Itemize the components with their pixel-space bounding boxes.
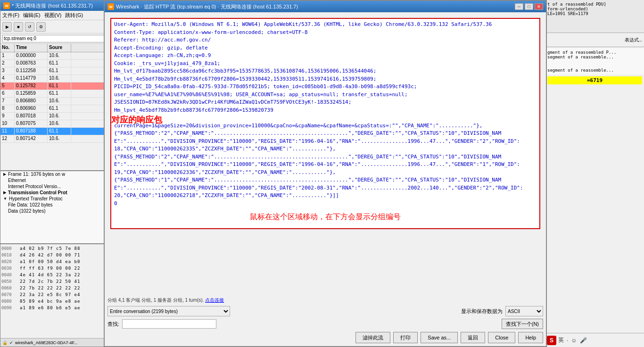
- packet-row-11[interactable]: 11 0.807188 61.1: [0, 128, 108, 135]
- tcp-stream-content[interactable]: User-Agent: Mozilla/5.0 (Windows NT 6.1;…: [110, 18, 540, 229]
- find-next-button[interactable]: 查找下一个(N): [502, 319, 543, 329]
- packet-row[interactable]: 9 0.807018 10.6.: [0, 113, 108, 120]
- hex-row: 0050 22 7d 2c 7b 22 50 41: [1, 278, 108, 285]
- pkt-no: 10: [0, 120, 15, 127]
- hex-row: 0090 a1 89 e6 80 b6 e5 ae: [1, 305, 108, 311]
- detail-data[interactable]: Data (1022 bytes): [0, 208, 109, 214]
- minimize-button[interactable]: ─: [515, 3, 523, 10]
- close-stream-button[interactable]: Close: [488, 332, 515, 343]
- filter-stream-button[interactable]: 滤掉此流: [355, 332, 390, 343]
- pkt-time: 0.008763: [15, 60, 48, 67]
- pkt-no: 2: [0, 60, 15, 67]
- pkt-time: 0.112258: [15, 67, 48, 74]
- detail-frame[interactable]: ▶ Frame 11: 1076 bytes on w: [0, 171, 109, 177]
- packet-row[interactable]: 4 0.114779 10.6.: [0, 75, 108, 83]
- close-button[interactable]: ✕: [535, 3, 543, 10]
- hex-row: 0080 85 89 e4 bc 9a e8 ae: [1, 298, 108, 305]
- back-button[interactable]: 返回: [461, 332, 485, 343]
- encoding-select[interactable]: ASCII: [505, 306, 543, 316]
- packet-list: No. Time Soure 1 0.000000 10.6. 2 0.0087…: [0, 44, 108, 143]
- col-src: Soure: [48, 44, 71, 52]
- hex-row: 0010 d4 26 42 d7 00 00 71: [1, 252, 108, 258]
- main-window-title: Wireshark · 追踪 HTTP 流 (tcp.stream eq 0) …: [116, 3, 298, 10]
- maximize-button[interactable]: □: [525, 3, 533, 10]
- toolbar-btn-1[interactable]: ▶: [2, 22, 12, 32]
- packet-row[interactable]: 12 0.807142 10.6.: [0, 135, 108, 143]
- filedata-label: File Data: 1022 bytes: [8, 202, 53, 207]
- filter-input[interactable]: [2, 35, 106, 42]
- packet-row[interactable]: 7 0.806880 10.6.: [0, 98, 108, 105]
- lang-indicator[interactable]: 英: [558, 336, 564, 344]
- expand-icon: ▶: [3, 172, 6, 176]
- pkt-src: 61.1: [48, 83, 71, 90]
- stream-text: User-Agent: Mozilla/5.0 (Windows NT 6.1;…: [114, 21, 537, 207]
- pkt-no: 7: [0, 98, 15, 105]
- pkt-src: 10.6.: [48, 75, 71, 82]
- detail-ethernet[interactable]: Ethernet: [0, 177, 109, 183]
- pkt-time: 0.807075: [15, 120, 48, 127]
- menu-edit[interactable]: 编辑(E): [23, 12, 41, 19]
- toolbar-btn-2[interactable]: ■: [14, 22, 23, 32]
- menu-file[interactable]: 文件(F): [2, 12, 19, 19]
- hex-row: 0030 ff ff 63 f9 00 00 22: [1, 265, 108, 272]
- conversation-select[interactable]: Entire conversation (2199 bytes): [107, 306, 230, 316]
- pkt-src: 61.1: [48, 105, 71, 112]
- segment-info-text: 分组 4,1 客户端 分组, 1 服务器 分组, 1 turn(s).: [107, 297, 204, 303]
- find-input[interactable]: [122, 319, 216, 329]
- right-text-2: segment of a reassemble...: [547, 55, 642, 59]
- menu-go[interactable]: 跳转(G): [65, 12, 83, 19]
- packet-row[interactable]: 10 0.807075 10.6.: [0, 120, 108, 128]
- hex-row: 0020 a1 0f 00 50 d4 ea b0: [1, 258, 108, 265]
- packet-row[interactable]: 3 0.112258 61.1: [0, 67, 108, 75]
- window-controls: ─ □ ✕: [515, 3, 543, 10]
- hex-row: 0040 4e 41 4d 65 22 3a 22: [1, 272, 108, 278]
- bg-window-icon: W: [3, 2, 10, 9]
- pkt-src: 61.1: [48, 67, 71, 74]
- status-text: wireshark_A69E283C-0DA7-4F...: [15, 340, 78, 345]
- main-window-icon: W: [107, 3, 114, 10]
- pkt-time: 0.806960: [15, 105, 48, 112]
- mic-icon[interactable]: 🎤: [580, 337, 587, 344]
- ethernet-label: Ethernet: [8, 178, 26, 183]
- pkt-src: 61.1: [48, 60, 71, 67]
- status-icon-check: ✓: [9, 340, 13, 345]
- pkt-time: 0.125859: [15, 90, 48, 97]
- toolbar-btn-4[interactable]: ⚙: [36, 22, 46, 32]
- right-text-1: gment of a reassembled P...: [547, 50, 642, 55]
- detail-http[interactable]: ▼ Hypertext Transfer Protoc: [0, 196, 109, 202]
- pkt-time: 0.125782: [15, 83, 48, 90]
- detail-tcp[interactable]: ▶ Transmission Control Prot: [0, 190, 109, 196]
- pkt-no: 12: [0, 135, 15, 142]
- find-row: 查找: 查找下一个(N): [107, 318, 543, 330]
- save-as-button[interactable]: Save as...: [421, 332, 458, 343]
- help-button[interactable]: Help: [518, 332, 543, 343]
- pkt-time: 0.000000: [15, 52, 48, 59]
- segment-link[interactable]: 点击连接: [205, 297, 224, 303]
- detail-ip[interactable]: Internet Protocol Versio...: [0, 183, 109, 190]
- packet-row[interactable]: 1 0.000000 10.6.: [0, 52, 108, 60]
- find-label: 查找:: [107, 321, 119, 328]
- ime-icons: 英 · ☺ 🎤: [558, 336, 587, 344]
- packet-row-5[interactable]: 5 0.125782 61.1: [0, 83, 108, 90]
- highlight-value: =6719: [547, 76, 642, 84]
- background-window: W * 无线网络连接 (host 61.135.231.7) 文件(F) 编辑(…: [0, 0, 108, 347]
- expression-label: 表达式...: [625, 37, 643, 43]
- pkt-time: 0.807142: [15, 135, 48, 142]
- detail-filedata[interactable]: File Data: 1022 bytes: [0, 202, 109, 208]
- packet-row[interactable]: 6 0.125859 61.1: [0, 90, 108, 98]
- emoji-icon[interactable]: ☺: [571, 337, 577, 344]
- print-button[interactable]: 打印: [393, 332, 418, 343]
- right-controls: 表达式...: [545, 33, 644, 47]
- pkt-no: 11: [0, 128, 15, 135]
- save-display-label: 显示和保存数据为: [461, 308, 503, 315]
- packet-row[interactable]: 2 0.008763 61.1: [0, 60, 108, 67]
- sougou-icon[interactable]: S: [547, 336, 556, 345]
- pkt-src: 61.1: [48, 128, 71, 135]
- pkt-no: 1: [0, 52, 15, 59]
- toolbar-btn-3[interactable]: ↺: [25, 22, 34, 32]
- menu-view[interactable]: 视图(V): [44, 12, 62, 19]
- pkt-no: 9: [0, 113, 15, 120]
- button-row: 滤掉此流 打印 Save as... 返回 Close Help: [107, 330, 543, 345]
- packet-row[interactable]: 8 0.806960 61.1: [0, 105, 108, 113]
- pkt-no: 6: [0, 90, 15, 97]
